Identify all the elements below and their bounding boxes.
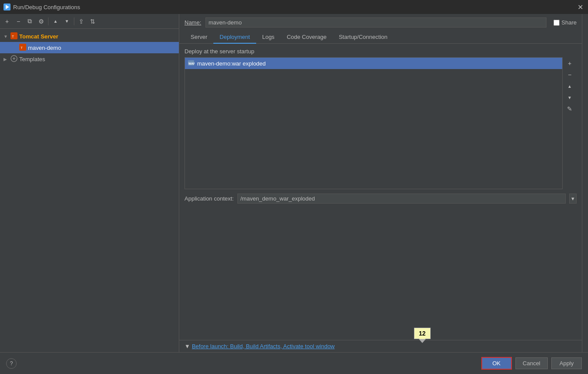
app-context-input[interactable] xyxy=(237,194,566,204)
before-launch-arrow: ▼ xyxy=(184,343,190,350)
edit-deploy-button[interactable]: ✎ xyxy=(564,104,575,114)
content-spacer xyxy=(179,208,582,340)
name-row: Name: Share xyxy=(179,14,582,31)
maven-demo-label: maven-demo xyxy=(28,45,61,51)
tooltip-text: 12 xyxy=(419,330,426,337)
ok-button[interactable]: OK xyxy=(481,357,512,370)
deployment-tab-content: Deploy at the server startup WAR maven-d… xyxy=(179,44,582,352)
maven-demo-arrow xyxy=(12,45,17,50)
toolbar-separator-1 xyxy=(48,17,49,25)
deploy-list: WAR maven-demo:war exploded xyxy=(184,57,563,189)
deploy-item-maven-demo[interactable]: WAR maven-demo:war exploded xyxy=(185,58,562,69)
dialog-icon xyxy=(3,3,10,10)
add-deploy-button[interactable]: + xyxy=(564,58,575,69)
bottom-right: 12 OK Cancel Apply xyxy=(474,357,582,370)
tab-startup[interactable]: Startup/Connection xyxy=(333,31,393,44)
tab-coverage[interactable]: Code Coverage xyxy=(281,31,333,44)
share-label: Share xyxy=(561,19,577,26)
config-tree: ▼ T Tomcat Server T xyxy=(0,29,179,352)
deploy-list-area: WAR maven-demo:war exploded + − xyxy=(184,57,577,189)
move-down-button[interactable]: ▼ xyxy=(62,16,72,27)
right-panel: Name: Share Server Deployment Logs Code … xyxy=(179,14,582,352)
share-checkbox[interactable] xyxy=(553,20,560,26)
svg-text:T: T xyxy=(21,46,23,50)
share-button[interactable]: ⇪ xyxy=(76,16,87,27)
left-panel: + − ⧉ ⚙ ▲ ▼ ⇪ ⇅ ▼ T xyxy=(0,14,179,352)
name-label: Name: xyxy=(184,19,202,26)
app-context-label: Application context: xyxy=(184,195,234,202)
name-input[interactable] xyxy=(205,17,546,28)
dialog-title: Run/Debug Configurations xyxy=(13,4,80,10)
apply-button[interactable]: Apply xyxy=(551,357,582,369)
templates-label: Templates xyxy=(19,56,45,62)
share-area: Share xyxy=(553,19,577,26)
tooltip-arrow-border xyxy=(419,339,426,343)
settings-button[interactable]: ⚙ xyxy=(36,16,46,27)
deploy-list-buttons: + − ▲ ▼ ✎ xyxy=(563,57,577,189)
tab-deployment[interactable]: Deployment xyxy=(213,31,256,44)
deploy-item-label: maven-demo:war exploded xyxy=(197,60,266,67)
close-button[interactable]: ✕ xyxy=(576,3,585,11)
copy-config-button[interactable]: ⧉ xyxy=(24,16,35,27)
maven-demo-icon: T xyxy=(19,44,26,52)
war-icon: WAR xyxy=(188,59,195,68)
tomcat-icon: T xyxy=(10,32,17,41)
tomcat-label: Tomcat Server xyxy=(19,33,58,40)
move-down-deploy-button[interactable]: ▼ xyxy=(564,92,575,103)
title-bar: Run/Debug Configurations ✕ xyxy=(0,0,588,14)
sort-button[interactable]: ⇅ xyxy=(87,16,98,27)
move-up-deploy-button[interactable]: ▲ xyxy=(564,81,575,91)
bottom-bar: ? 12 OK Cancel Apply xyxy=(0,352,588,374)
before-launch-section: ▼ Before launch: Build, Build Artifacts,… xyxy=(179,340,582,352)
tab-logs[interactable]: Logs xyxy=(256,31,281,44)
svg-text:WAR: WAR xyxy=(188,62,195,65)
help-button[interactable]: ? xyxy=(6,358,17,369)
remove-deploy-button[interactable]: − xyxy=(564,69,575,80)
before-launch-header[interactable]: ▼ Before launch: Build, Build Artifacts,… xyxy=(184,343,577,350)
templates-icon xyxy=(10,55,17,63)
tree-group-tomcat[interactable]: ▼ T Tomcat Server xyxy=(0,31,179,42)
tab-server[interactable]: Server xyxy=(184,31,213,44)
scrollbar[interactable] xyxy=(582,14,588,352)
remove-config-button[interactable]: − xyxy=(13,16,24,27)
before-launch-label: Before launch: Build, Build Artifacts, A… xyxy=(192,343,335,350)
app-context-dropdown[interactable]: ▾ xyxy=(569,194,577,204)
cancel-button[interactable]: Cancel xyxy=(515,357,548,369)
bottom-left: ? xyxy=(6,358,17,369)
config-toolbar: + − ⧉ ⚙ ▲ ▼ ⇪ ⇅ xyxy=(0,14,179,29)
toolbar-separator-2 xyxy=(74,17,74,25)
move-up-button[interactable]: ▲ xyxy=(50,16,61,27)
tomcat-arrow: ▼ xyxy=(3,34,9,39)
app-context-row: Application context: ▾ xyxy=(179,189,582,208)
tree-group-templates[interactable]: ▶ Templates xyxy=(0,53,179,65)
add-config-button[interactable]: + xyxy=(2,16,12,27)
svg-text:T: T xyxy=(12,35,14,38)
templates-arrow: ▶ xyxy=(3,57,9,62)
tab-bar: Server Deployment Logs Code Coverage Sta… xyxy=(179,31,582,44)
deploy-section-label: Deploy at the server startup xyxy=(179,44,582,57)
tree-item-maven-demo[interactable]: T maven-demo xyxy=(0,42,179,53)
tooltip-box: 12 xyxy=(414,328,431,339)
